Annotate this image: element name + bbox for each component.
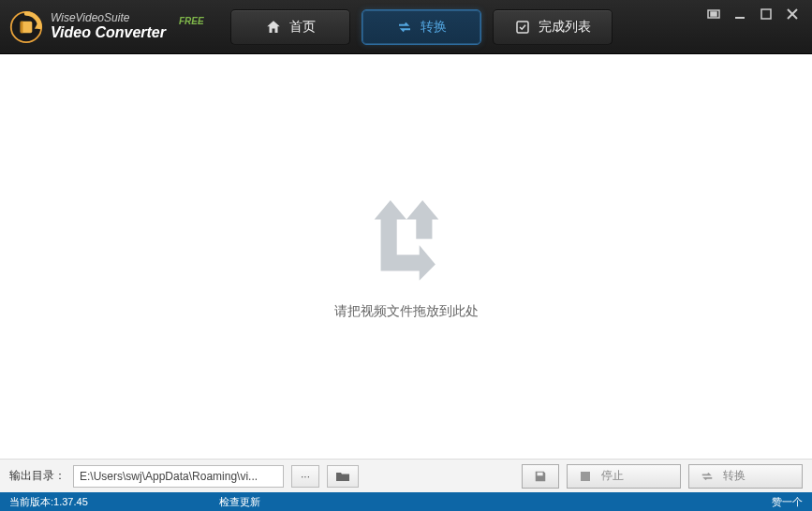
tab-convert[interactable]: 转换 xyxy=(362,9,481,45)
stop-button-label: 停止 xyxy=(601,468,624,484)
minimize-button[interactable] xyxy=(731,6,748,22)
like-link[interactable]: 赞一个 xyxy=(772,495,803,509)
output-dir-path[interactable]: E:\Users\swj\AppData\Roaming\vi... xyxy=(73,465,284,488)
brand-line2: Video Converter xyxy=(51,24,166,41)
checklist-icon xyxy=(514,19,531,36)
browse-button[interactable]: ··· xyxy=(291,465,319,488)
save-icon xyxy=(534,470,547,483)
compact-button[interactable] xyxy=(705,6,722,22)
output-dir-label: 输出目录： xyxy=(9,468,66,484)
tab-completed[interactable]: 完成列表 xyxy=(493,9,613,45)
check-update-link[interactable]: 检查更新 xyxy=(219,495,260,509)
bottom-toolbar: 输出目录： E:\Users\swj\AppData\Roaming\vi...… xyxy=(0,459,812,492)
stop-button[interactable]: 停止 xyxy=(567,464,681,489)
svg-rect-6 xyxy=(711,12,716,16)
svg-rect-8 xyxy=(761,9,771,19)
folder-icon xyxy=(335,471,350,482)
svg-marker-12 xyxy=(406,200,438,239)
convert-button[interactable]: 转换 xyxy=(688,464,803,489)
brand-line1: WiseVideoSuite xyxy=(51,12,166,24)
convert-icon xyxy=(396,19,413,36)
drop-arrows-icon xyxy=(350,193,463,286)
maximize-button[interactable] xyxy=(758,6,775,22)
logo-area: WiseVideoSuite Video Converter FREE xyxy=(9,10,204,44)
app-logo-icon xyxy=(9,10,43,44)
version-label: 当前版本:1.37.45 xyxy=(9,495,88,509)
svg-rect-13 xyxy=(581,472,590,481)
svg-rect-3 xyxy=(21,21,23,33)
status-bar: 当前版本:1.37.45 检查更新 赞一个 xyxy=(0,492,812,511)
svg-rect-4 xyxy=(517,22,528,33)
convert-action-icon xyxy=(701,470,714,483)
window-controls xyxy=(705,6,805,22)
tab-completed-label: 完成列表 xyxy=(539,19,591,36)
drop-hint-text: 请把视频文件拖放到此处 xyxy=(334,303,479,320)
home-icon xyxy=(265,19,282,36)
tab-home[interactable]: 首页 xyxy=(230,9,350,45)
tab-home-label: 首页 xyxy=(289,19,316,36)
drop-zone[interactable]: 请把视频文件拖放到此处 xyxy=(0,54,812,459)
free-badge: FREE xyxy=(179,16,204,26)
close-button[interactable] xyxy=(784,6,801,22)
titlebar: WiseVideoSuite Video Converter FREE 首页 转… xyxy=(0,0,812,54)
convert-button-label: 转换 xyxy=(723,468,746,484)
stop-icon xyxy=(579,470,592,483)
nav-tabs: 首页 转换 完成列表 xyxy=(230,9,613,45)
save-preset-button[interactable] xyxy=(522,464,559,489)
open-folder-button[interactable] xyxy=(327,465,359,488)
tab-convert-label: 转换 xyxy=(421,19,447,36)
